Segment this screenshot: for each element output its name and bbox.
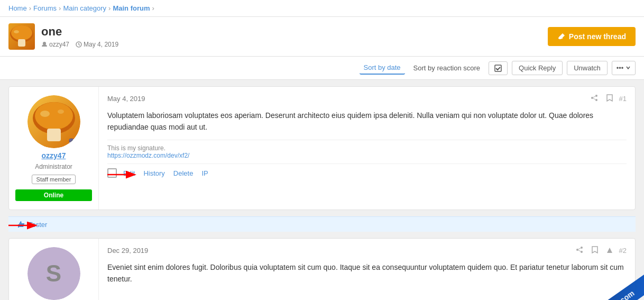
post-2-body: Eveniet sint enim dolores fugit. Dolorib… [107,261,627,285]
breadcrumb-main-category[interactable]: Main category [63,4,106,12]
thread-author-meta: ozzy47 [41,41,69,48]
clock-icon [76,41,82,48]
svg-point-14 [595,99,597,101]
posts-container: 🇺🇸 ozzy47 Administrator Staff member Onl… [0,80,644,300]
breadcrumb-main-forum[interactable]: Main forum [113,4,150,12]
post-1-header: May 4, 2019 #1 [107,93,627,104]
post-1-ip-button[interactable]: IP [199,168,210,178]
post-new-thread-button[interactable]: Post new thread [548,27,636,46]
post-1-badge: Staff member [32,175,76,184]
post-1-number: #1 [619,95,627,103]
bookmark-icon-2 [592,246,598,253]
edit-icon [557,32,566,41]
mushroom-icon [8,23,35,50]
quick-reply-button[interactable]: Quick Reply [512,61,563,75]
svg-point-10 [40,111,50,117]
thread-icon [8,23,35,50]
post-2-header: Dec 29, 2019 #2 [107,245,627,256]
post-2-sidebar: S skiles.ole Member Offline [9,239,99,300]
post-2-actions-right: #2 [574,245,627,256]
check-icon-button[interactable] [489,61,508,75]
post-1-date: May 4, 2019 [107,95,145,103]
post-1-actions-right: #1 [588,93,627,104]
post-1-bookmark-button[interactable] [604,93,615,104]
post-2: S skiles.ole Member Offline Dec 29, 2019 [8,238,636,300]
more-options-button[interactable]: ••• [612,61,636,75]
thread-header: one ozzy47 May 4, 2019 Post new thread [0,17,644,57]
svg-point-9 [35,102,73,130]
svg-point-13 [595,95,597,97]
thread-title: one [41,25,541,39]
post-2-upvote-button[interactable] [604,246,615,256]
post-1-sidebar: 🇺🇸 ozzy47 Administrator Staff member Onl… [9,87,99,210]
arrow-decoration-1 [102,165,144,184]
breadcrumb-forums[interactable]: Forums [33,4,57,12]
post-1-delete-button[interactable]: Delete [171,168,196,178]
svg-point-11 [58,110,64,114]
sort-by-reaction-button[interactable]: Sort by reaction score [409,62,484,74]
post-1-content: May 4, 2019 #1 Voluptatem laboriosam vol… [99,87,635,210]
post-1-signature-link[interactable]: https://ozzmodz.com/dev/xf2/ [107,152,189,159]
tester-row: Tester [8,216,636,232]
arrow-decoration-tester [3,220,45,231]
share-icon [591,94,598,102]
post-1-avatar: 🇺🇸 [27,95,80,148]
svg-point-2 [14,30,19,33]
share-icon-2 [576,246,583,253]
post-2-content: Dec 29, 2019 #2 Eveniet sint enim dolore… [99,239,635,300]
svg-line-22 [578,250,581,251]
post-1-status-button[interactable]: Online [15,189,92,201]
svg-point-1 [11,25,32,40]
svg-line-17 [593,98,595,99]
post-1-role: Administrator [35,163,72,170]
post-1-signature: This is my signature. https://ozzmodz.co… [107,140,627,159]
thread-title-wrap: one ozzy47 May 4, 2019 [41,25,541,48]
post-1-share-button[interactable] [588,93,600,104]
svg-line-21 [578,248,581,249]
breadcrumb: Home › Forums › Main category › Main for… [0,0,644,17]
post-2-avatar: S [27,247,80,300]
thread-date-meta: May 4, 2019 [76,41,118,48]
toolbar: Sort by date Sort by reaction score Quic… [0,57,644,80]
post-1-body: Voluptatem laboriosam voluptates eos ape… [107,110,627,133]
svg-point-20 [576,249,578,251]
post-1-username[interactable]: ozzy47 [42,151,66,160]
post-2-share-button[interactable] [574,245,585,256]
post-2-number: #2 [619,247,627,254]
svg-rect-3 [18,39,25,47]
post-1-history-button[interactable]: History [141,168,167,178]
svg-point-15 [591,97,593,99]
unwatch-button[interactable]: Unwatch [567,61,608,75]
user-icon [41,41,48,48]
post-2-bookmark-button[interactable] [590,245,600,256]
thread-meta: ozzy47 May 4, 2019 [41,41,541,48]
svg-rect-12 [47,129,61,141]
checkmark-icon [494,65,502,72]
svg-point-19 [581,251,583,253]
svg-point-18 [581,247,583,249]
svg-rect-7 [495,65,501,71]
chevron-down-icon [625,65,631,70]
post-2-date: Dec 29, 2019 [107,247,148,254]
upvote-icon [606,247,613,253]
sort-by-date-button[interactable]: Sort by date [360,61,405,75]
flag-icon: 🇺🇸 [69,137,79,147]
breadcrumb-home[interactable]: Home [8,4,27,12]
svg-line-16 [593,96,595,97]
bookmark-icon [606,94,613,102]
post-1: 🇺🇸 ozzy47 Administrator Staff member Onl… [8,86,636,210]
post-1-footer: Edit History Delete IP [107,163,627,178]
